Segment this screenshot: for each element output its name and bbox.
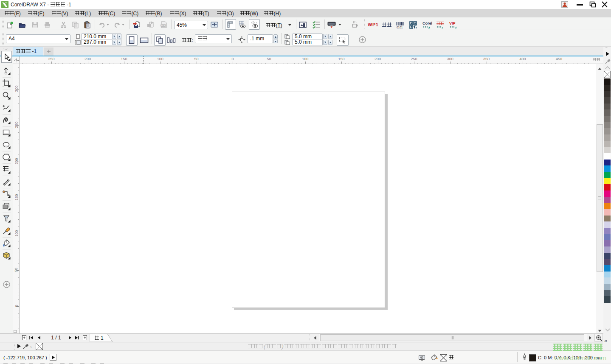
svg-text:x: x — [289, 37, 290, 39]
svg-text:PDF: PDF — [161, 24, 166, 27]
svg-text:0101: 0101 — [397, 26, 403, 29]
svg-text:y: y — [289, 43, 290, 45]
